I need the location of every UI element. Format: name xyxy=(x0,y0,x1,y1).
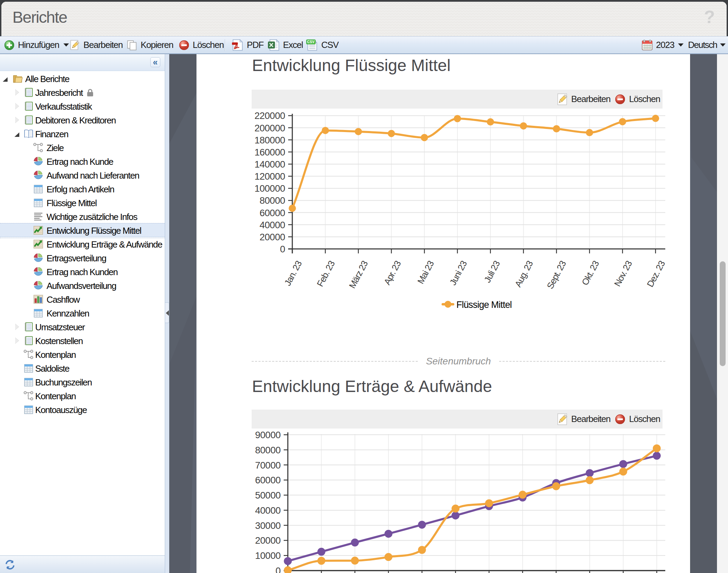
svg-text:Nov. 23: Nov. 23 xyxy=(612,259,634,288)
svg-text:0: 0 xyxy=(280,244,285,254)
svg-text:Sept. 23: Sept. 23 xyxy=(545,259,568,291)
svg-text:Juli 23: Juli 23 xyxy=(482,259,502,284)
svg-text:20000: 20000 xyxy=(255,535,281,546)
svg-text:50000: 50000 xyxy=(255,490,281,501)
svg-text:200000: 200000 xyxy=(254,123,285,133)
svg-text:Dez. 23: Dez. 23 xyxy=(645,259,665,289)
svg-text:Juni 23: Juni 23 xyxy=(447,259,469,287)
svg-text:Jan. 23: Jan. 23 xyxy=(282,259,304,288)
svg-text:30000: 30000 xyxy=(255,520,281,531)
svg-text:90000: 90000 xyxy=(255,430,281,440)
svg-text:40000: 40000 xyxy=(260,220,285,230)
svg-text:120000: 120000 xyxy=(254,171,285,182)
svg-text:80000: 80000 xyxy=(260,195,285,206)
svg-text:160000: 160000 xyxy=(254,147,285,158)
svg-text:Aug. 23: Aug. 23 xyxy=(513,259,535,289)
svg-text:220000: 220000 xyxy=(254,110,285,121)
svg-text:140000: 140000 xyxy=(254,159,285,170)
svg-text:60000: 60000 xyxy=(260,208,285,218)
svg-text:0: 0 xyxy=(275,565,281,573)
svg-text:Apr. 23: Apr. 23 xyxy=(382,259,403,286)
svg-text:Mai 23: Mai 23 xyxy=(415,259,436,285)
svg-text:100000: 100000 xyxy=(254,183,285,194)
svg-text:Okt. 23: Okt. 23 xyxy=(580,259,601,287)
svg-text:Flüssige Mittel: Flüssige Mittel xyxy=(456,300,512,310)
svg-text:40000: 40000 xyxy=(255,505,281,516)
svg-text:60000: 60000 xyxy=(255,475,281,485)
svg-text:10000: 10000 xyxy=(255,550,281,561)
svg-text:70000: 70000 xyxy=(255,460,281,471)
svg-text:80000: 80000 xyxy=(255,445,281,455)
svg-text:März 23: März 23 xyxy=(347,259,370,290)
svg-text:Feb. 23: Feb. 23 xyxy=(315,259,337,288)
svg-text:CSV: CSV xyxy=(307,40,315,44)
svg-text:180000: 180000 xyxy=(254,135,285,145)
svg-text:20000: 20000 xyxy=(260,232,285,242)
